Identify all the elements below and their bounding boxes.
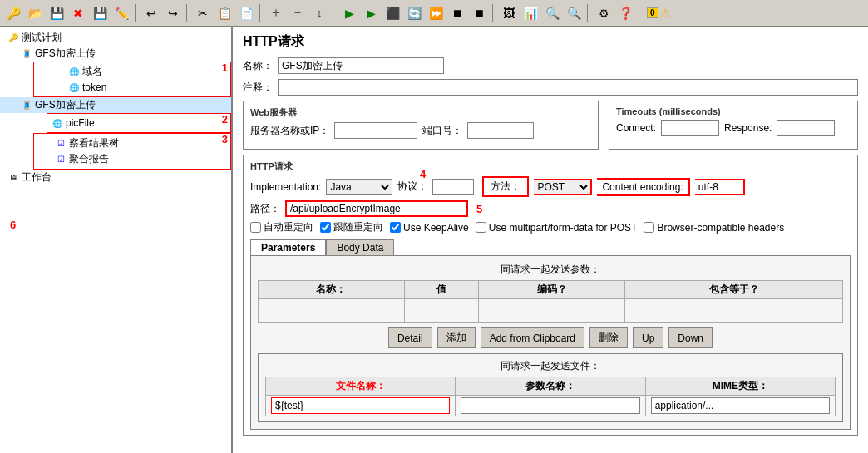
tree-item-domain[interactable]: 🌐 域名 — [34, 64, 230, 80]
files-filename-input[interactable] — [271, 397, 450, 414]
toolbar-btn-undo[interactable]: ↩ — [141, 3, 161, 23]
workbench-icon: 🖥 — [7, 171, 20, 185]
tree-item-plan[interactable]: 🔑 测试计划 — [0, 30, 231, 46]
cb-keepalive-input[interactable] — [390, 222, 401, 233]
cb-multipart-input[interactable] — [476, 222, 486, 233]
gfs1-icon: 🧵 — [20, 47, 33, 61]
tree-item-viewresults[interactable]: ☑ 察看结果树 — [34, 135, 230, 151]
files-col-paramname: 参数名称： — [456, 377, 645, 396]
tree-item-aggregate[interactable]: ☑ 聚合报告 — [34, 151, 230, 167]
toolbar-btn-stop3[interactable]: ⏹ — [447, 3, 467, 23]
cb-redirect-label: 自动重定向 — [264, 220, 313, 234]
toolbar-sep5 — [492, 4, 496, 22]
toolbar-btn-key[interactable]: 🔑 — [3, 3, 23, 23]
toolbar-btn-help[interactable]: ❓ — [615, 3, 635, 23]
files-paramname-input[interactable] — [461, 397, 639, 414]
cb-redirect-input[interactable] — [250, 222, 261, 233]
comment-input[interactable] — [278, 79, 858, 96]
params-col-equal: 包含等于？ — [625, 281, 843, 299]
response-input[interactable] — [777, 120, 835, 136]
cb-follow-input[interactable] — [320, 222, 331, 233]
up-button[interactable]: Up — [633, 327, 663, 348]
cb-browser[interactable]: Browser-compatible headers — [644, 222, 784, 234]
cb-follow[interactable]: 跟随重定向 — [320, 220, 383, 234]
name-input[interactable] — [278, 57, 444, 74]
method-label: 方法： — [482, 176, 529, 197]
toolbar-btn-stop[interactable]: ⬛ — [382, 3, 402, 23]
detail-button[interactable]: Detail — [388, 327, 432, 348]
tab-parameters[interactable]: Parameters — [250, 239, 326, 255]
tree-item-picfile[interactable]: 🌐 picFile — [47, 116, 230, 130]
toolbar-btn-cut[interactable]: ✂ — [193, 3, 213, 23]
toolbar-btn-run[interactable]: ▶ — [339, 3, 359, 23]
toolbar-btn-redo[interactable]: ↪ — [163, 3, 183, 23]
tab-bodydata[interactable]: Body Data — [326, 239, 394, 255]
toolbar-btn-stop2[interactable]: ⏩ — [426, 3, 446, 23]
clipboard-button[interactable]: Add from Clipboard — [481, 327, 584, 348]
down-button[interactable]: Down — [668, 327, 713, 348]
toolbar-btn-search[interactable]: 🔍 — [542, 3, 562, 23]
timeouts-box: Timeouts (milliseconds) Connect: Respons… — [609, 101, 858, 150]
toolbar-btn-edit[interactable]: ✏️ — [111, 3, 131, 23]
toolbar-btn-search2[interactable]: 🔍 — [564, 3, 584, 23]
toolbar-btn-run2[interactable]: ▶ — [361, 3, 381, 23]
toolbar-btn-gear[interactable]: ⚙ — [594, 3, 614, 23]
params-empty-row — [259, 299, 843, 323]
tree-item-token[interactable]: 🌐 token — [34, 80, 230, 95]
tree-item-gfs1[interactable]: 🧵 GFS加密上传 — [0, 46, 231, 62]
aggregate-label: 聚合报告 — [69, 152, 109, 166]
path-label: 路径： — [250, 202, 280, 216]
server-label: 服务器名称或IP： — [250, 124, 329, 138]
cb-keepalive-label: Use KeepAlive — [403, 222, 469, 234]
files-mime-input[interactable] — [651, 397, 830, 414]
connect-input[interactable] — [661, 120, 719, 136]
server-input[interactable] — [334, 122, 417, 139]
tree-item-gfs2[interactable]: 🧵 GFS加密上传 — [0, 97, 231, 113]
port-input[interactable] — [467, 122, 534, 139]
impl-row: Implementation: Java 协议： 方法： POST GET PU… — [250, 176, 851, 197]
delete-button[interactable]: 删除 — [589, 327, 628, 348]
toolbar-btn-remove[interactable]: － — [288, 3, 308, 23]
files-cell-paramname — [456, 396, 645, 416]
tab-content-parameters: 同请求一起发送参数： 名称： 值 编码？ 包含等于？ — [250, 255, 851, 430]
toolbar-btn-move[interactable]: ↕ — [309, 3, 329, 23]
toolbar-btn-save2[interactable]: 💾 — [90, 3, 110, 23]
toolbar-btn-save[interactable]: 💾 — [47, 3, 67, 23]
files-col-filename: 文件名称： — [266, 377, 456, 396]
cb-browser-label: Browser-compatible headers — [657, 222, 784, 234]
toolbar-btn-add[interactable]: ＋ — [266, 3, 286, 23]
impl-select[interactable]: Java — [326, 179, 392, 195]
toolbar-sep4 — [333, 4, 336, 22]
protocol-input[interactable] — [432, 179, 474, 195]
tree-item-workbench[interactable]: 🖥 工作台 — [0, 170, 231, 185]
viewresults-label: 察看结果树 — [69, 136, 119, 150]
cb-multipart[interactable]: Use multipart/form-data for POST — [476, 222, 638, 234]
http-title: HTTP请求 — [250, 160, 851, 173]
toolbar-btn-image[interactable]: 🖼 — [499, 3, 519, 23]
timeouts-row: Connect: Response: — [616, 120, 851, 136]
path-input[interactable] — [285, 200, 468, 217]
timeouts-title: Timeouts (milliseconds) — [616, 106, 851, 116]
toolbar-btn-open[interactable]: 📂 — [25, 3, 45, 23]
annotation-3: 3 — [222, 133, 228, 145]
encoding-input[interactable] — [695, 179, 745, 195]
method-select[interactable]: POST GET PUT DELETE — [534, 179, 592, 195]
toolbar-btn-chart[interactable]: 📊 — [520, 3, 540, 23]
files-cell-mime — [645, 396, 835, 416]
toolbar-btn-close[interactable]: ✖ — [68, 3, 88, 23]
toolbar-btn-copy[interactable]: 📋 — [215, 3, 234, 23]
cb-redirect[interactable]: 自动重定向 — [250, 220, 313, 234]
http-request-box: HTTP请求 Implementation: Java 协议： 方法： POST… — [243, 155, 858, 436]
viewresults-icon: ☑ — [54, 137, 67, 150]
toolbar-btn-stop4[interactable]: ⏹ — [469, 3, 489, 23]
port-label: 端口号： — [422, 124, 462, 138]
cb-keepalive[interactable]: Use KeepAlive — [390, 222, 469, 234]
toolbar-btn-refresh[interactable]: 🔄 — [404, 3, 424, 23]
gfs1-label: GFS加密上传 — [35, 47, 96, 61]
error-badge: 0 — [647, 7, 658, 18]
add-button[interactable]: 添加 — [437, 327, 476, 348]
workbench-label: 工作台 — [22, 170, 52, 185]
toolbar-btn-paste[interactable]: 📄 — [236, 3, 256, 23]
toolbar-sep2 — [186, 4, 190, 22]
cb-browser-input[interactable] — [644, 222, 654, 233]
